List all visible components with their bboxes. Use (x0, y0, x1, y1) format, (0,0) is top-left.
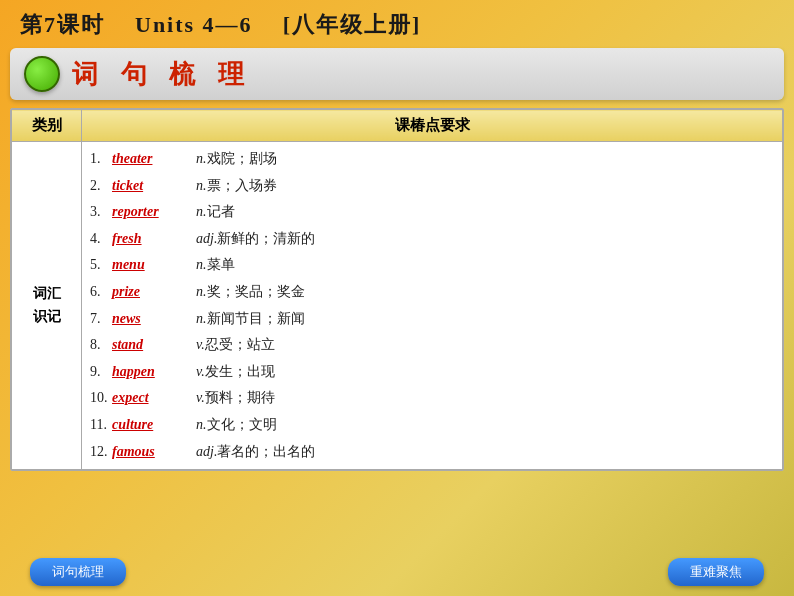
item-word: news (112, 306, 192, 333)
item-definition: n.奖；奖品；奖金 (196, 279, 305, 306)
list-item: 2.ticketn.票；入场券 (90, 173, 774, 200)
col1-header: 类别 (12, 110, 82, 142)
section-title: 词 句 梳 理 (72, 57, 252, 92)
bottom-bar: 词句梳理 重难聚焦 (0, 558, 794, 586)
item-number: 12. (90, 439, 112, 466)
green-circle-icon (24, 56, 60, 92)
vocab-review-button[interactable]: 词句梳理 (30, 558, 126, 586)
list-item: 1.theatern.戏院；剧场 (90, 146, 774, 173)
item-word: reporter (112, 199, 192, 226)
item-number: 5. (90, 252, 112, 279)
item-definition: n.文化；文明 (196, 412, 277, 439)
item-definition: n.菜单 (196, 252, 235, 279)
item-number: 11. (90, 412, 112, 439)
item-word: happen (112, 359, 192, 386)
item-definition: n.记者 (196, 199, 235, 226)
item-number: 3. (90, 199, 112, 226)
item-definition: adj.新鲜的；清新的 (196, 226, 315, 253)
list-item: 8.standv.忍受；站立 (90, 332, 774, 359)
item-definition: adj.著名的；出名的 (196, 439, 315, 466)
item-number: 6. (90, 279, 112, 306)
vocab-row: 词汇识记 1.theatern.戏院；剧场2.ticketn.票；入场券3.re… (12, 142, 783, 470)
item-number: 10. (90, 385, 112, 412)
col2-header: 课椿点要求 (82, 110, 783, 142)
list-item: 12.famousadj.著名的；出名的 (90, 439, 774, 466)
list-item: 7.newsn.新闻节目；新闻 (90, 306, 774, 333)
list-item: 6.prizen.奖；奖品；奖金 (90, 279, 774, 306)
item-word: stand (112, 332, 192, 359)
category-cell: 词汇识记 (12, 142, 82, 470)
vocab-items-cell: 1.theatern.戏院；剧场2.ticketn.票；入场券3.reporte… (82, 142, 783, 470)
item-definition: n.票；入场券 (196, 173, 277, 200)
list-item: 9.happenv.发生；出现 (90, 359, 774, 386)
item-word: culture (112, 412, 192, 439)
item-definition: n.新闻节目；新闻 (196, 306, 305, 333)
list-item: 5.menun.菜单 (90, 252, 774, 279)
item-word: famous (112, 439, 192, 466)
list-item: 10.expectv.预料；期待 (90, 385, 774, 412)
vocab-table: 类别 课椿点要求 词汇识记 1.theatern.戏院；剧场2.ticketn.… (11, 109, 783, 470)
vocab-table-container: 类别 课椿点要求 词汇识记 1.theatern.戏院；剧场2.ticketn.… (10, 108, 784, 471)
lesson-label: 第7课时 (20, 12, 105, 37)
item-number: 9. (90, 359, 112, 386)
item-number: 4. (90, 226, 112, 253)
item-definition: v.发生；出现 (196, 359, 275, 386)
item-word: prize (112, 279, 192, 306)
list-item: 4.freshadj.新鲜的；清新的 (90, 226, 774, 253)
item-word: ticket (112, 173, 192, 200)
item-number: 7. (90, 306, 112, 333)
item-number: 8. (90, 332, 112, 359)
units-label: Units 4—6 (135, 12, 253, 37)
item-word: fresh (112, 226, 192, 253)
grade-label: [八年级上册] (283, 12, 422, 37)
item-word: expect (112, 385, 192, 412)
item-definition: n.戏院；剧场 (196, 146, 277, 173)
key-points-button[interactable]: 重难聚焦 (668, 558, 764, 586)
title-banner: 词 句 梳 理 (10, 48, 784, 100)
page-header: 第7课时 Units 4—6 [八年级上册] (0, 0, 794, 48)
list-item: 11.culturen.文化；文明 (90, 412, 774, 439)
item-definition: v.忍受；站立 (196, 332, 275, 359)
item-definition: v.预料；期待 (196, 385, 275, 412)
item-number: 2. (90, 173, 112, 200)
list-item: 3.reportern.记者 (90, 199, 774, 226)
item-word: menu (112, 252, 192, 279)
item-word: theater (112, 146, 192, 173)
item-number: 1. (90, 146, 112, 173)
